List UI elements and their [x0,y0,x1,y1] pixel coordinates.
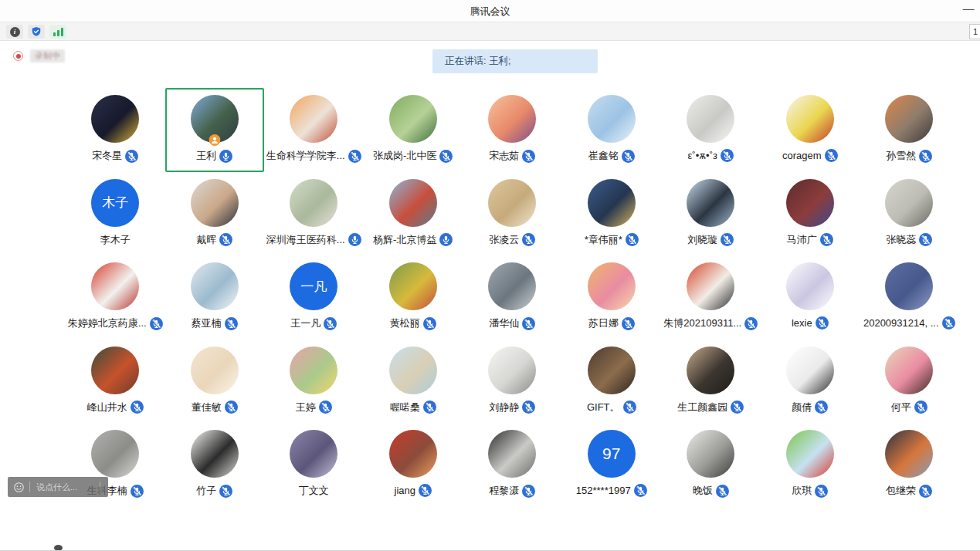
meeting-security-button[interactable] [28,25,45,39]
recording-label: 录制中 [30,49,65,63]
mic-muted-icon [721,149,734,162]
participant-tile[interactable]: 何平 [860,340,959,424]
participant-name: 张晓蕊 [886,233,916,247]
signal-bars-icon [53,27,63,36]
participant-tile[interactable]: 包继荣 [860,423,959,507]
participant-tile[interactable]: 戴晖 [165,172,265,256]
corner-indicator[interactable]: 1 [969,24,980,39]
participant-tile[interactable]: jiang [364,423,463,507]
mic-muted-icon [622,150,635,163]
participant-tile[interactable]: 生命科学学院李... [264,88,364,172]
participant-name: coragem [782,150,822,161]
mic-muted-icon [622,317,635,330]
network-status-button[interactable] [49,25,66,39]
avatar [389,430,437,478]
participant-tile[interactable]: 竹子 [165,423,265,507]
mic-muted-icon [820,233,833,246]
participant-tile[interactable]: 晚饭 [661,423,761,507]
participant-tile[interactable]: 张凌云 [463,172,562,256]
participant-tile[interactable]: 木子 李木子 [66,172,165,256]
participant-name: 朱婷婷北京药康... [68,316,147,330]
participant-tile[interactable]: lexie [761,255,860,340]
participant-tile[interactable]: 王婷 [264,340,364,424]
avatar [389,95,437,143]
window-title: 腾讯会议 [0,5,980,19]
participant-tile[interactable]: 峰山井水 [66,340,165,424]
mic-muted-icon [225,401,238,414]
participant-tile[interactable]: 宋冬星 [66,88,165,172]
chat-input-placeholder[interactable]: 说点什么... [30,482,100,493]
participant-tile[interactable]: 董佳敏 [165,340,265,424]
participant-tile[interactable]: 朱婷婷北京药康... [66,255,165,340]
participant-tile[interactable]: 宋志茹 [463,88,562,172]
participant-tile[interactable]: 欣琪 [761,423,860,507]
avatar [885,95,933,143]
participant-name: 20200931214, ... [863,317,939,329]
participant-tile[interactable]: GIFT。 [562,340,662,424]
participant-name: 刘静静 [489,401,519,414]
participant-tile[interactable]: 崔鑫铭 [562,88,662,172]
avatar [488,346,536,394]
participant-tile[interactable]: ε˚•ѫ•˚з [661,88,761,172]
participant-tile[interactable]: 20200931214, ... [860,255,959,340]
emoji-icon[interactable] [14,482,24,492]
avatar [588,262,636,310]
participant-name: 欣琪 [792,484,812,498]
participant-name: 蔡亚楠 [192,316,222,330]
avatar [786,430,834,478]
participant-tile[interactable]: 潘华仙 [463,255,562,340]
avatar [191,346,239,394]
recording-dot-icon [13,51,23,61]
participant-tile[interactable]: coragem [761,88,860,172]
participant-tile[interactable]: 颜倩 [761,340,860,424]
mic-muted-icon [942,316,955,330]
participant-tile[interactable]: 张晓蕊 [860,172,959,256]
mic-muted-icon [219,485,232,498]
host-badge-icon [209,134,220,146]
avatar [191,262,239,310]
participant-tile[interactable]: 王利 [165,88,265,172]
avatar [488,262,536,310]
participant-tile[interactable]: 朱博202109311... [661,255,761,340]
participant-tile[interactable]: 马沛广 [761,172,860,256]
minimize-button[interactable]: — [961,2,975,15]
participant-name: 何平 [891,401,911,414]
participant-tile[interactable]: 97 152****1997 [562,423,662,507]
participant-tile[interactable]: 刘晓璇 [661,172,761,256]
participant-name: 王一凡 [290,316,320,330]
avatar [91,430,139,478]
participant-tile[interactable]: 一凡 王一凡 [264,255,364,340]
avatar [885,262,933,310]
avatar [488,430,536,478]
participant-tile[interactable]: 刘静静 [463,340,562,424]
participant-tile[interactable]: 孙雪然 [860,88,959,172]
avatar [290,179,337,227]
chat-quick-bar[interactable]: 说点什么... [8,477,108,497]
participant-tile[interactable]: 深圳海王医药科... [264,172,364,256]
participant-tile[interactable]: 黄松丽 [364,255,463,340]
participant-name: 张成岗-北中医 [373,149,436,163]
participant-name: 包继荣 [886,484,916,498]
participant-tile[interactable]: 喔喏桑 [364,340,463,424]
participant-tile[interactable]: 杨辉-北京博益 [364,172,463,256]
mic-muted-icon [919,485,932,498]
mic-muted-icon [131,401,144,414]
avatar [91,95,139,143]
participant-tile[interactable]: 苏日娜 [562,255,662,340]
mic-muted-icon [914,401,927,414]
participant-tile[interactable]: 蔡亚楠 [165,255,265,340]
participant-tile[interactable]: 生工颜鑫园 [661,340,761,424]
avatar [588,346,636,394]
participant-tile[interactable]: 程黎滠 [463,423,562,507]
participant-tile[interactable]: *章伟丽* [562,172,662,256]
avatar [786,179,834,227]
participant-name: *章伟丽* [585,233,622,247]
participant-name: 152****1997 [576,485,631,496]
meeting-toolbar: i 1 [0,22,980,41]
participant-tile[interactable]: 丁文文 [264,423,364,507]
participant-tile[interactable]: 张成岗-北中医 [364,88,463,172]
meeting-info-button[interactable]: i [6,25,23,39]
mic-muted-icon [721,233,734,246]
participant-name: 李木子 [100,233,131,247]
avatar [588,95,636,143]
